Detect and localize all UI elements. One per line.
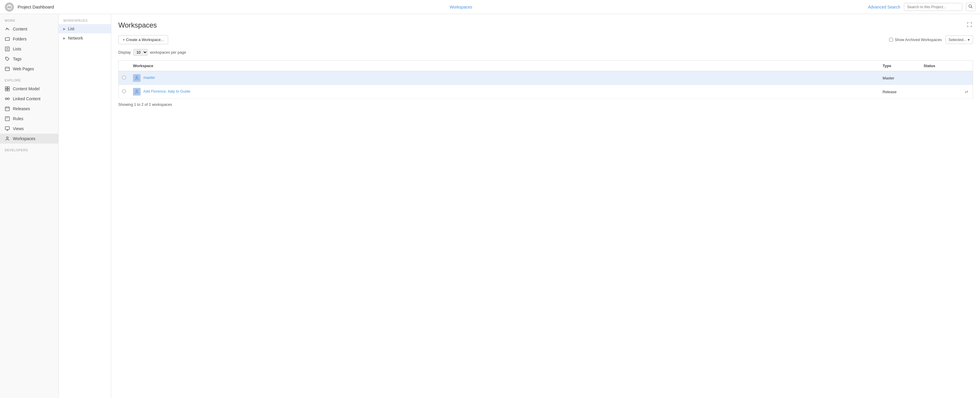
- svg-rect-12: [8, 87, 10, 88]
- header-nav: Workspaces: [450, 5, 472, 10]
- selected-dropdown[interactable]: Selected... ▾: [945, 35, 973, 44]
- linked-content-icon: [5, 96, 10, 101]
- tags-icon: [5, 56, 10, 62]
- content-label: Content: [13, 27, 27, 31]
- linked-content-label: Linked Content: [13, 96, 40, 101]
- florence-workspace-icon: [133, 88, 141, 96]
- lists-icon: [5, 46, 10, 51]
- page-title: Workspaces: [118, 21, 157, 29]
- workspace-table: Workspace Type Status master: [118, 61, 973, 99]
- sub-nav: WORKSPACES ▶ List ▶ Network: [59, 14, 111, 398]
- tags-label: Tags: [13, 57, 22, 61]
- svg-point-2: [969, 5, 972, 7]
- workspace-radio-florence[interactable]: [122, 90, 126, 93]
- master-workspace-link[interactable]: master: [143, 75, 155, 80]
- views-label: Views: [13, 126, 24, 131]
- svg-point-15: [5, 98, 7, 100]
- developers-section-label: DEVELOPERS: [0, 144, 58, 153]
- svg-rect-9: [5, 67, 10, 70]
- per-page-select[interactable]: 10: [133, 49, 148, 56]
- table-cell-action-florence: ⇄: [961, 85, 973, 99]
- main-content: Workspaces + Create a Workspace... Show …: [111, 14, 980, 398]
- table-cell-type-master: Master: [879, 71, 920, 85]
- table-header-radio: [119, 61, 130, 71]
- rules-label: Rules: [13, 116, 24, 121]
- sidebar-item-lists[interactable]: Lists: [0, 44, 58, 54]
- svg-rect-11: [5, 87, 7, 88]
- florence-workspace-link[interactable]: Add Florence, Italy to Guide: [143, 89, 190, 93]
- advanced-search-link[interactable]: Advanced Search: [868, 5, 900, 10]
- sidebar-item-views[interactable]: Views: [0, 124, 58, 134]
- table-header-type: Type: [879, 61, 920, 71]
- table-header-status: Status: [920, 61, 961, 71]
- table-row: master Master: [119, 71, 973, 85]
- table-cell-type-florence: Release: [879, 85, 920, 99]
- workspace-radio-master[interactable]: [122, 76, 126, 80]
- lists-label: Lists: [13, 46, 21, 51]
- sidebar-item-linked-content[interactable]: Linked Content: [0, 94, 58, 104]
- list-chevron-icon: ▶: [63, 27, 65, 30]
- project-dashboard-title: Project Dashboard: [18, 5, 54, 10]
- table-cell-name-master: master: [129, 71, 879, 85]
- sidebar-item-tags[interactable]: Tags: [0, 54, 58, 64]
- workspaces-icon: [5, 136, 10, 141]
- views-icon: [5, 126, 10, 131]
- search-button[interactable]: [966, 3, 975, 11]
- svg-rect-14: [8, 89, 10, 91]
- svg-line-3: [971, 7, 972, 8]
- sidebar-item-content-model[interactable]: Content Model: [0, 84, 58, 94]
- table-cell-radio-florence: [119, 85, 130, 99]
- rules-icon: [5, 116, 10, 121]
- table-cell-status-master: [920, 71, 961, 85]
- folders-label: Folders: [13, 37, 27, 42]
- show-archived-text: Show Archived Workspaces: [895, 37, 942, 42]
- fullscreen-button[interactable]: [966, 21, 973, 30]
- per-page-suffix: workspaces per page: [150, 50, 186, 54]
- app-logo: PD: [5, 2, 14, 12]
- show-archived-checkbox[interactable]: [889, 38, 893, 42]
- explore-section-label: EXPLORE: [0, 74, 58, 84]
- table-row: Add Florence, Italy to Guide Release ⇄: [119, 85, 973, 99]
- workspaces-nav-link[interactable]: Workspaces: [450, 5, 472, 10]
- content-model-icon: [5, 86, 10, 91]
- workspaces-label: Workspaces: [13, 136, 35, 141]
- sub-nav-list[interactable]: ▶ List: [59, 24, 111, 34]
- svg-point-28: [6, 137, 8, 139]
- sidebar-item-workspaces[interactable]: Workspaces: [0, 134, 58, 144]
- header-left: PD Project Dashboard: [5, 2, 54, 12]
- toolbar-right: Show Archived Workspaces Selected... ▾: [889, 35, 973, 44]
- sidebar-item-folders[interactable]: Folders: [0, 34, 58, 44]
- master-workspace-icon: [133, 74, 141, 82]
- svg-point-30: [136, 90, 138, 92]
- svg-rect-18: [5, 107, 10, 111]
- sub-nav-network[interactable]: ▶ Network: [59, 34, 111, 43]
- table-header-row: Workspace Type Status: [119, 61, 973, 71]
- table-cell-radio-master: [119, 71, 130, 85]
- network-chevron-icon: ▶: [63, 37, 65, 40]
- svg-rect-25: [5, 126, 10, 129]
- webpages-label: Web Pages: [13, 67, 34, 71]
- content-icon: [5, 26, 10, 32]
- create-workspace-button[interactable]: + Create a Workspace...: [118, 35, 168, 44]
- sub-nav-list-label: List: [68, 26, 75, 31]
- sidebar: WORK Content Folders Lists Tags: [0, 14, 59, 398]
- svg-point-29: [136, 76, 138, 78]
- search-input[interactable]: [904, 3, 963, 11]
- selected-dropdown-label: Selected...: [949, 37, 967, 42]
- search-icon: [969, 5, 973, 8]
- table-cell-action-master: [961, 71, 973, 85]
- folders-icon: [5, 36, 10, 42]
- toolbar-left: + Create a Workspace...: [118, 35, 168, 44]
- content-model-label: Content Model: [13, 86, 40, 91]
- sidebar-item-content[interactable]: Content: [0, 24, 58, 34]
- svg-text:PD: PD: [8, 6, 11, 9]
- sub-nav-label: WORKSPACES: [59, 14, 111, 24]
- sub-nav-network-label: Network: [68, 36, 83, 40]
- sidebar-item-rules[interactable]: Rules: [0, 114, 58, 124]
- sidebar-item-releases[interactable]: Releases: [0, 104, 58, 114]
- header-right: Advanced Search: [868, 3, 975, 11]
- releases-label: Releases: [13, 106, 30, 111]
- show-archived-label[interactable]: Show Archived Workspaces: [889, 37, 942, 42]
- sidebar-item-webpages[interactable]: Web Pages: [0, 64, 58, 74]
- showing-text: Showing 1 to 2 of 2 workspaces: [118, 102, 973, 107]
